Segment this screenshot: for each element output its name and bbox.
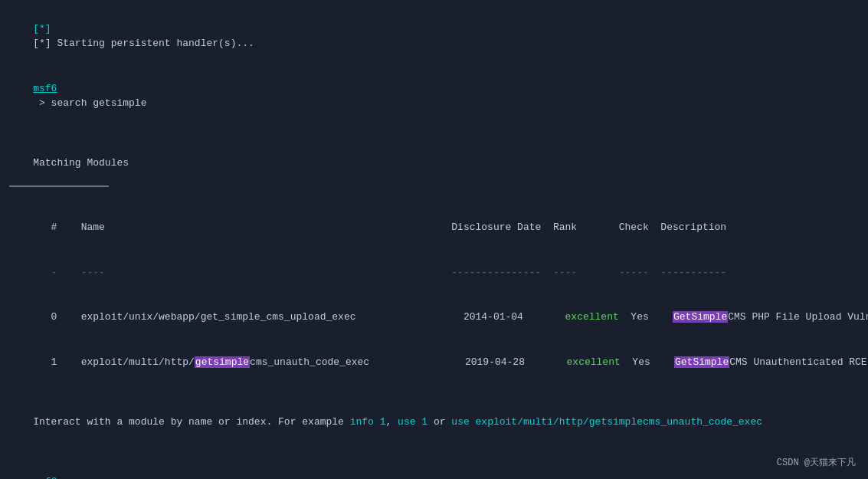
interact-hint: Interact with a module by name or index.… xyxy=(9,399,859,445)
search-command: msf6 > search getsimple xyxy=(9,66,859,126)
star-bracket: [*] xyxy=(33,23,51,34)
module-row-0: 0 exploit/unix/webapp/get_simple_cms_upl… xyxy=(9,295,859,340)
terminal: [*] [*] Starting persistent handler(s)..… xyxy=(0,0,868,479)
table-divider: - ---- --------------- ---- ----- ------… xyxy=(9,250,859,295)
matching-modules-label: Matching Modules xyxy=(9,141,859,186)
table-header: # Name Disclosure Date Rank Check Descri… xyxy=(9,205,859,251)
watermark: CSDN @天猫来下凡 xyxy=(777,456,856,470)
use-command: msf6 > use 1 xyxy=(9,459,859,479)
startup-line: [*] [*] Starting persistent handler(s)..… xyxy=(9,6,859,66)
module-row-1: 1 exploit/multi/http/getsimplecms_unauth… xyxy=(9,340,859,385)
section-divider xyxy=(9,185,109,187)
